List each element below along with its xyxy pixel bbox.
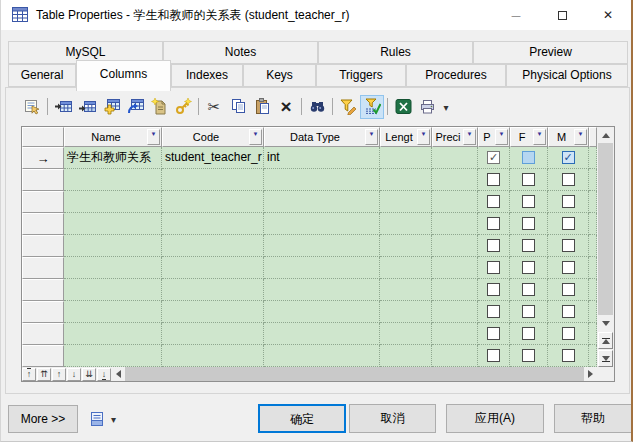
foreign-checkbox[interactable] [522,261,535,274]
column-header-code[interactable]: Code [162,127,264,147]
tab-preview[interactable]: Preview [473,41,628,64]
tab-indexes[interactable]: Indexes [171,64,243,87]
move-down-button[interactable] [67,368,81,381]
maximize-button[interactable] [539,0,585,30]
replicate-columns-button[interactable] [123,95,147,119]
cell-length[interactable] [380,279,432,301]
hscroll-right-button[interactable] [584,367,597,381]
cell-length[interactable] [380,213,432,235]
cell-code[interactable] [162,191,264,213]
tab-general[interactable]: General [8,64,76,87]
cell-length[interactable] [380,169,432,191]
primary-checkbox[interactable] [487,261,500,274]
current-row-indicator[interactable] [22,147,64,169]
cell-code[interactable] [162,345,264,367]
foreign-checkbox[interactable] [522,349,535,362]
toolbar-more-dropdown[interactable] [439,95,453,119]
cell-length[interactable] [380,345,432,367]
move-down-many-button[interactable] [82,368,96,381]
close-button[interactable] [585,0,631,30]
row-selector[interactable] [22,301,64,323]
filter-dropdown-icon[interactable] [249,129,262,145]
primary-checkbox[interactable] [487,327,500,340]
filter-dropdown-icon[interactable] [495,129,508,145]
column-header-foreign[interactable]: F [510,127,548,147]
print-button[interactable] [415,95,439,119]
hscroll-left-button[interactable] [112,367,125,381]
move-last-button[interactable] [97,368,111,381]
cell-name[interactable] [64,257,162,279]
cancel-button[interactable]: 取消 [349,404,436,433]
filter-dropdown-icon[interactable] [147,129,160,145]
foreign-checkbox[interactable] [522,195,535,208]
primary-checkbox[interactable] [487,239,500,252]
cell-precision[interactable] [432,213,478,235]
tab-notes[interactable]: Notes [163,41,318,64]
column-header-primary[interactable]: P [478,127,510,147]
delete-button[interactable] [274,95,298,119]
move-first-button[interactable] [22,368,36,381]
cell-length[interactable] [380,235,432,257]
cell-data-type[interactable]: int [264,147,380,169]
foreign-checkbox[interactable] [522,217,535,230]
mandatory-checkbox[interactable] [562,173,575,186]
filter-dropdown-icon[interactable] [533,129,546,145]
cell-name[interactable] [64,279,162,301]
properties-button[interactable] [20,95,44,119]
cell-precision[interactable] [432,323,478,345]
add-row-button[interactable] [75,95,99,119]
cell-code[interactable] [162,257,264,279]
tab-keys[interactable]: Keys [243,64,316,87]
cell-length[interactable] [380,257,432,279]
cell-code[interactable] [162,279,264,301]
cell-name[interactable] [64,345,162,367]
filter-dropdown-icon[interactable] [365,129,378,145]
cell-data-type[interactable] [264,191,380,213]
more-button[interactable]: More >> [8,405,78,433]
row-selector[interactable] [22,213,64,235]
cell-length[interactable] [380,191,432,213]
cut-button[interactable] [202,95,226,119]
foreign-checkbox[interactable] [522,305,535,318]
cell-data-type[interactable] [264,213,380,235]
customize-filter-button[interactable] [336,95,360,119]
row-selector[interactable] [22,345,64,367]
filter-dropdown-icon[interactable] [574,129,587,145]
foreign-checkbox[interactable] [522,327,535,340]
cell-name[interactable]: 学生和教师关系 [64,147,162,169]
vscroll-thumb[interactable] [598,143,613,315]
apply-button[interactable]: 应用(A) [446,404,544,433]
move-up-button[interactable] [52,368,66,381]
tab-rules[interactable]: Rules [318,41,473,64]
cell-name[interactable] [64,213,162,235]
cell-name[interactable] [64,323,162,345]
row-selector[interactable] [22,191,64,213]
row-selector[interactable] [22,257,64,279]
cell-name[interactable] [64,301,162,323]
column-header-name[interactable]: Name [64,127,162,147]
cell-length[interactable] [380,323,432,345]
mandatory-checkbox[interactable] [562,283,575,296]
object-menu-button[interactable] [89,408,129,430]
cell-name[interactable] [64,169,162,191]
primary-checkbox[interactable] [487,217,500,230]
mandatory-checkbox[interactable] [562,217,575,230]
row-selector[interactable] [22,323,64,345]
vscroll-down-button[interactable] [597,315,614,331]
cell-precision[interactable] [432,235,478,257]
ok-button[interactable]: 确定 [258,404,346,433]
new-attribute-button[interactable] [147,95,171,119]
cell-code[interactable] [162,301,264,323]
cell-code[interactable] [162,323,264,345]
primary-checkbox[interactable] [487,349,500,362]
cell-code[interactable] [162,235,264,257]
primary-checkbox[interactable] [487,151,500,164]
cell-precision[interactable] [432,301,478,323]
row-selector-header[interactable] [22,127,64,147]
column-header-mandatory[interactable]: M [548,127,589,147]
help-button[interactable]: 帮助 [554,404,632,433]
foreign-checkbox[interactable] [522,151,535,164]
primary-checkbox[interactable] [487,195,500,208]
horizontal-scrollbar[interactable] [125,367,584,381]
cell-precision[interactable] [432,147,478,169]
